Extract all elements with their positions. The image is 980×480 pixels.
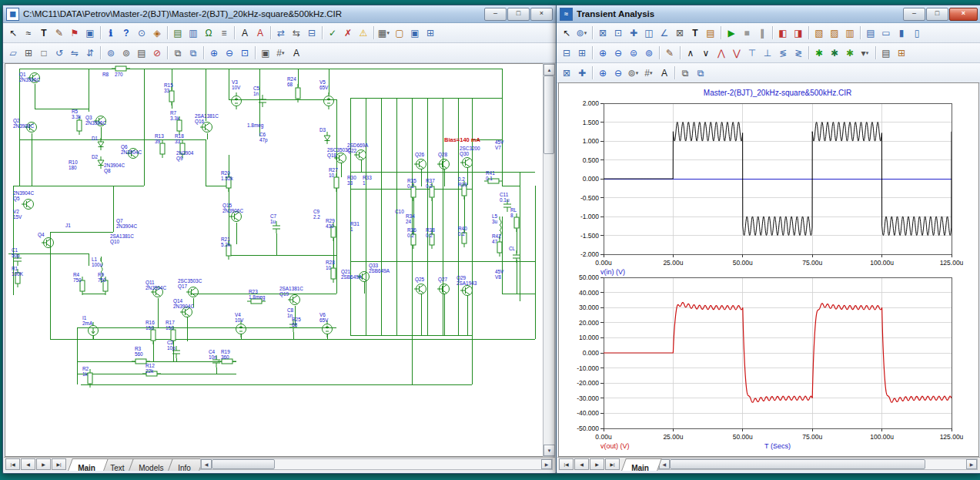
bus-icon[interactable]: ▥ (186, 25, 201, 41)
schematic-horizontal-scrollbar[interactable]: ◀ ▶ (200, 458, 553, 470)
zoom-in-icon[interactable]: ⊕ (595, 65, 610, 81)
panel-vertical-icon[interactable]: ⊞ (574, 45, 590, 61)
scroll-right-button[interactable]: ▶ (541, 459, 552, 469)
select-mode-icon[interactable]: ↖ (5, 25, 21, 41)
zoom-fit-icon[interactable]: ⊚ (641, 45, 657, 61)
close-button[interactable]: × (949, 8, 978, 21)
schematic-vertical-scrollbar[interactable]: ▲ ▼ (543, 63, 555, 457)
zoom-in-icon[interactable]: ⊕ (595, 45, 610, 61)
title-block-icon[interactable]: ▣ (407, 25, 423, 41)
first-page-button[interactable]: |◀ (559, 458, 574, 470)
pattern-icon[interactable]: ⇆ (289, 25, 304, 41)
run-icon[interactable]: ▶ (724, 25, 739, 41)
scroll-right-button[interactable]: ▶ (966, 459, 977, 469)
grid-icon-dropdown[interactable]: ▼ (649, 71, 654, 76)
measure-icon[interactable]: ∠ (657, 25, 672, 41)
cursor-right-icon[interactable]: ◨ (791, 25, 806, 41)
inflection-icon[interactable]: ≷ (791, 45, 806, 61)
scroll-down-button[interactable]: ▼ (544, 445, 555, 456)
peak-icon[interactable]: ∧ (683, 45, 698, 61)
slope-icon[interactable]: ≶ (775, 45, 791, 61)
zoom-out-icon[interactable]: ⊖ (610, 65, 626, 81)
palette-icon[interactable]: ▯ (909, 25, 925, 41)
font-icon[interactable]: A (289, 45, 304, 61)
analysis-horizontal-scrollbar[interactable]: ◀ ▶ (658, 458, 978, 470)
global-low-icon[interactable]: ⋁ (729, 45, 744, 61)
warning-icon[interactable]: ⚠ (356, 25, 371, 41)
top-measure-icon[interactable]: ⊤ (744, 45, 760, 61)
find-icon[interactable]: ⊚ (103, 45, 119, 61)
scroll-up-button[interactable]: ▲ (544, 64, 555, 76)
select-mode-icon[interactable]: ↖ (559, 25, 574, 41)
stop-icon[interactable]: ■ (739, 25, 754, 41)
tokens-icon[interactable]: ▨ (827, 25, 842, 41)
info-mode-icon[interactable]: ℹ (103, 25, 119, 41)
grid-toggle-icon-dropdown[interactable]: ▼ (386, 31, 390, 35)
region-select-icon[interactable]: ⊠ (559, 65, 574, 81)
help-mode-icon[interactable]: ? (119, 25, 134, 41)
region-enable-icon[interactable]: ◈ (149, 25, 165, 41)
step-box-icon[interactable]: ⊟ (304, 25, 319, 41)
scroll-left-button[interactable]: ◀ (201, 459, 212, 469)
pan-mode-icon[interactable]: ✚ (626, 25, 641, 41)
check-model-icon[interactable]: ✓ (325, 25, 340, 41)
last-page-button[interactable]: ▶| (605, 458, 620, 470)
text-mode-icon[interactable]: T (687, 25, 703, 41)
waveform-dropdown-icon-dropdown[interactable]: ▼ (865, 51, 870, 55)
zoom-area-icon[interactable]: ⊡ (237, 45, 253, 61)
cursor-mode-icon[interactable]: ◫ (641, 25, 657, 41)
cursor-left-icon[interactable]: ◧ (775, 25, 791, 41)
probe-mode-icon-dropdown[interactable]: ▼ (584, 31, 588, 35)
rotate-text-icon[interactable]: A (253, 25, 268, 41)
pause-icon[interactable]: ∥ (754, 25, 770, 41)
minimize-button[interactable]: – (484, 8, 507, 21)
tab-main[interactable]: Main (68, 458, 109, 471)
info-page-icon[interactable]: ▤ (134, 45, 149, 61)
zoom-level-icon[interactable]: ⊚▼ (626, 65, 641, 81)
border-toggle-icon[interactable]: ▢ (392, 25, 407, 41)
flag-mode-icon[interactable]: ⚑ (67, 25, 82, 41)
properties-icon[interactable]: ▤ (703, 25, 718, 41)
wire-mode-icon[interactable]: ≈ (21, 25, 36, 41)
maximize-button[interactable]: □ (926, 8, 948, 21)
select-box-icon[interactable]: □ (36, 45, 52, 61)
copy-page-icon[interactable]: ⧉ (170, 45, 186, 61)
rotate-icon[interactable]: ↺ (52, 45, 67, 61)
text-lines-icon[interactable]: ≡ (216, 25, 232, 41)
grid-toggle-icon[interactable]: ▦▼ (376, 25, 392, 41)
graphics-mode-icon[interactable]: ✎ (52, 25, 67, 41)
zoom-box-icon[interactable]: ⊠ (595, 25, 610, 41)
node-swap-icon[interactable]: ⇄ (273, 25, 289, 41)
zoom-in-icon[interactable]: ⊕ (206, 45, 222, 61)
smoothing-icon[interactable]: ✱ (811, 45, 827, 61)
copy-alt-icon[interactable]: ⧉ (693, 65, 708, 81)
copy-icon[interactable]: ⧉ (677, 65, 693, 81)
file-link-icon[interactable]: ▤ (170, 25, 186, 41)
last-page-button[interactable]: ▶| (52, 458, 66, 470)
tab-info[interactable]: Info (168, 458, 204, 471)
grid-dropdown-icon-dropdown[interactable]: ▼ (281, 51, 286, 55)
zoom-auto-icon[interactable]: ⊜ (626, 45, 641, 61)
font-icon[interactable]: A (657, 65, 672, 81)
watch-icon[interactable]: ▭ (878, 25, 894, 41)
next-page-button[interactable]: ▶ (590, 458, 604, 470)
zoom-level-icon-dropdown[interactable]: ▼ (635, 71, 640, 76)
grid-dropdown-icon[interactable]: #▼ (273, 45, 289, 61)
horizontal-scroll-thumb[interactable] (670, 459, 925, 469)
grid-icon[interactable]: #▼ (641, 65, 657, 81)
numeric-output-icon[interactable]: ▤ (863, 25, 878, 41)
picture-mode-icon[interactable]: ▣ (82, 25, 98, 41)
vertical-scroll-thumb[interactable] (544, 76, 554, 154)
first-page-button[interactable]: |◀ (5, 458, 20, 470)
text-mode-icon[interactable]: T (36, 25, 52, 41)
plot-panel[interactable]: Master-2(BJT)_20kHz-square&500kHz.CIR2.0… (558, 82, 979, 457)
global-high-icon[interactable]: ⋀ (714, 45, 729, 61)
next-page-button[interactable]: ▶ (36, 458, 51, 470)
fft-icon[interactable]: ✱ (827, 45, 842, 61)
bottom-measure-icon[interactable]: ⊥ (760, 45, 775, 61)
maximize-button[interactable]: □ (507, 8, 530, 21)
split-window-icon[interactable]: ⊞ (423, 25, 438, 41)
scale-mode-icon[interactable]: ⊡ (610, 25, 626, 41)
valley-icon[interactable]: ∨ (698, 45, 714, 61)
waveform-dropdown-icon[interactable]: ▾▼ (858, 45, 873, 61)
